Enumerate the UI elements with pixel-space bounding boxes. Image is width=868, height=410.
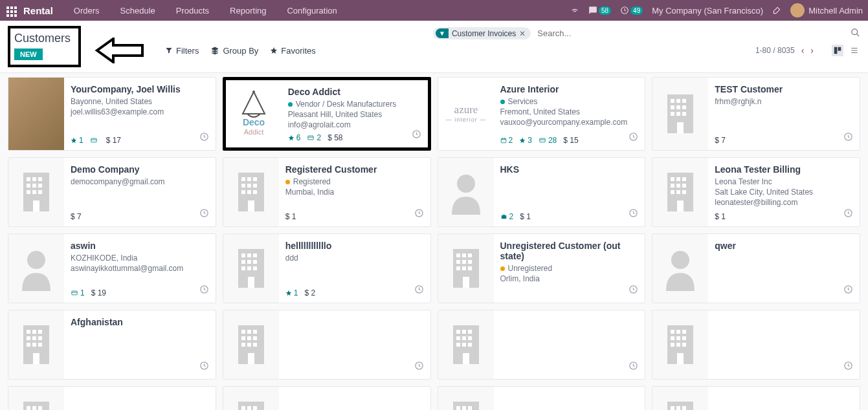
customer-card[interactable] [438,386,646,410]
activity-clock-icon[interactable] [414,361,424,372]
stat-brief: 2 [500,212,514,221]
svg-rect-34 [38,184,42,188]
customer-card[interactable]: TEST Customerfrhm@rghjk.n$ 7 [652,77,860,151]
activity-clock-icon[interactable] [199,361,209,372]
customer-card[interactable]: azure— interior —Azure InteriorServicesF… [438,77,646,151]
customer-card[interactable]: Registered CustomerRegisteredMumbai, Ind… [223,157,431,227]
control-bar: Customers NEW ▼ Customer Invoices ✕ Filt… [0,21,868,73]
stat-money: $ 7 [71,212,82,221]
svg-rect-168 [456,406,460,410]
customer-card[interactable] [438,310,646,380]
customer-card[interactable] [223,310,431,380]
wifi-icon[interactable] [570,6,579,15]
card-line: joel.willis63@example.com [71,107,209,116]
svg-rect-73 [241,260,245,264]
new-button[interactable]: NEW [14,49,43,60]
svg-rect-104 [38,343,42,347]
stat-money: $ 15 [563,136,578,145]
svg-rect-108 [241,330,245,334]
star-icon [270,47,278,54]
customer-card[interactable]: Demo Companydemocompany@gmail.com$ 7 [8,157,216,227]
svg-rect-50 [248,200,254,211]
card-line: info@agrolait.com [288,120,421,129]
svg-rect-31 [38,177,42,181]
customer-card[interactable] [652,386,860,410]
pager-next[interactable]: › [810,45,814,56]
search-input[interactable] [535,26,847,41]
person-icon [652,234,708,303]
svg-rect-157 [247,406,251,410]
menu-orders[interactable]: Orders [65,6,109,16]
customer-card[interactable]: qwer [652,233,860,303]
menu-products[interactable]: Products [167,6,218,16]
card-footer: 1$ 2 [285,285,424,297]
card-footer: 1$ 17 [71,132,209,145]
svg-rect-36 [32,190,36,194]
view-list[interactable] [849,45,860,56]
customer-card[interactable]: YourCompany, Joel WillisBayonne, United … [8,77,216,151]
activity-clock-icon[interactable] [629,132,638,144]
activity-clock-icon[interactable] [629,361,638,372]
card-title: Afghanistan [71,317,209,327]
activity-clock-icon[interactable] [843,361,853,372]
svg-rect-75 [253,260,257,264]
svg-rect-14 [540,138,545,142]
activity-clock-icon[interactable] [843,208,853,220]
stat-star: 1 [285,288,298,297]
activity-clock-icon[interactable] [414,285,424,296]
facet-remove[interactable]: ✕ [519,29,526,38]
card-title: Azure Interior [500,84,639,94]
svg-rect-170 [468,406,472,410]
view-kanban[interactable] [832,45,843,56]
svg-rect-129 [463,353,469,364]
customer-card[interactable]: Unregistered Customer (out state)Unregis… [438,233,646,303]
customer-card[interactable]: Leona Tester BillingLeona Tester IncSalt… [652,157,860,227]
customer-card[interactable]: helllllllllllloddd1$ 2 [223,233,431,303]
search-facet[interactable]: ▼ Customer Invoices ✕ [433,27,531,39]
customer-card[interactable]: Afghanistan [8,310,216,380]
card-line: vauxoo@yourcompany.example.com [500,118,639,127]
menu-schedule[interactable]: Schedule [111,6,164,16]
card-title: HKS [500,164,639,175]
svg-rect-144 [27,406,30,410]
clock-icon[interactable]: 49 [620,6,643,15]
customer-card[interactable] [223,386,431,410]
activity-clock-icon[interactable] [412,129,421,141]
menu-configuration[interactable]: Configuration [278,6,346,16]
activity-clock-icon[interactable] [629,285,638,296]
title-box: Customers NEW [8,26,81,67]
activity-clock-icon[interactable] [199,208,209,220]
customer-card[interactable] [652,310,860,380]
tools-icon[interactable] [772,6,781,15]
filters-button[interactable]: Filters [165,46,199,56]
favorites-button[interactable]: Favorites [270,46,315,56]
svg-rect-60 [682,184,686,188]
groupby-button[interactable]: Group By [210,46,258,56]
apps-icon[interactable] [5,5,16,16]
svg-rect-29 [27,177,30,181]
activity-clock-icon[interactable] [629,208,638,220]
activity-clock-icon[interactable] [843,132,853,144]
card-line: frhm@rghjk.n [715,97,853,106]
company-switcher[interactable]: My Company (San Francisco) [652,6,763,16]
customer-card[interactable]: DecoAddictDeco AddictVendor / Desk Manuf… [223,77,431,151]
activity-clock-icon[interactable] [843,285,853,296]
activity-clock-icon[interactable] [414,208,424,220]
activity-clock-icon[interactable] [199,132,209,144]
chat-icon[interactable]: 58 [588,6,611,15]
app-brand[interactable]: Rental [23,5,53,16]
pager-prev[interactable]: ‹ [801,45,805,56]
svg-text:— interior —: — interior — [445,116,486,123]
customer-card[interactable]: aswinKOZHIKODE, Indiaaswinayikkottummal@… [8,233,216,303]
customer-card[interactable]: HKS2$ 1 [438,157,646,227]
svg-rect-79 [248,277,254,288]
user-menu[interactable]: Mitchell Admin [790,3,863,17]
svg-rect-181 [676,406,680,410]
stat-money: $ 2 [304,288,315,297]
activity-clock-icon[interactable] [199,285,209,296]
customer-card[interactable] [8,386,216,410]
search-icon[interactable] [851,28,860,39]
menu-reporting[interactable]: Reporting [221,6,275,16]
svg-rect-169 [462,406,466,410]
svg-rect-124 [462,336,466,340]
